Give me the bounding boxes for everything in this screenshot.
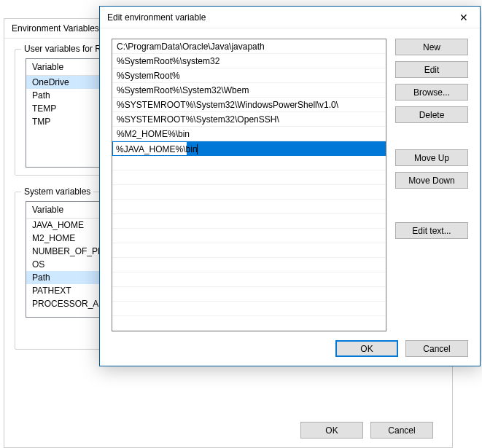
list-item[interactable]: C:\ProgramData\Oracle\Java\javapath bbox=[112, 39, 386, 54]
list-item[interactable]: . bbox=[112, 185, 386, 200]
move-down-button[interactable]: Move Down bbox=[395, 172, 468, 189]
list-item[interactable]: . bbox=[112, 156, 386, 170]
list-item[interactable]: . bbox=[112, 302, 386, 316]
list-item[interactable]: %SystemRoot% bbox=[112, 68, 386, 83]
list-item[interactable]: . bbox=[112, 200, 386, 214]
edit-text-button[interactable]: Edit text... bbox=[395, 222, 468, 239]
list-item[interactable]: %SYSTEMROOT%\System32\OpenSSH\ bbox=[112, 112, 386, 127]
close-icon[interactable]: ✕ bbox=[447, 7, 480, 28]
list-item[interactable]: . bbox=[112, 287, 386, 302]
edit-environment-variable-dialog: Edit environment variable ✕ C:\ProgramDa… bbox=[99, 6, 481, 366]
list-item[interactable]: . bbox=[112, 316, 386, 331]
list-item[interactable]: %M2_HOME%\bin bbox=[112, 127, 386, 141]
delete-button[interactable]: Delete bbox=[395, 106, 468, 123]
path-edit-input[interactable]: %JAVA_HOME%\bin bbox=[113, 142, 187, 155]
user-variables-legend: User variables for RA bbox=[21, 44, 110, 54]
list-item[interactable]: %SystemRoot%\System32\Wbem bbox=[112, 83, 386, 98]
list-item[interactable]: . bbox=[112, 214, 386, 229]
list-item-editing[interactable]: %JAVA_HOME%\bin bbox=[112, 141, 386, 156]
edit-button[interactable]: Edit bbox=[395, 61, 468, 78]
path-entries-list[interactable]: C:\ProgramData\Oracle\Java\javapath%Syst… bbox=[112, 39, 386, 331]
browse-button[interactable]: Browse... bbox=[395, 84, 468, 101]
move-up-button[interactable]: Move Up bbox=[395, 149, 468, 166]
env-cancel-button[interactable]: Cancel bbox=[370, 422, 433, 439]
list-item[interactable]: . bbox=[112, 258, 386, 272]
system-variables-legend: System variables bbox=[21, 186, 93, 197]
edit-ok-button[interactable]: OK bbox=[335, 340, 398, 357]
edit-dialog-titlebar[interactable]: Edit environment variable ✕ bbox=[100, 7, 480, 28]
list-item[interactable]: . bbox=[112, 170, 386, 185]
list-item[interactable]: . bbox=[112, 272, 386, 287]
list-item[interactable]: %SystemRoot%\system32 bbox=[112, 54, 386, 68]
list-item[interactable]: %SYSTEMROOT%\System32\WindowsPowerShell\… bbox=[112, 98, 386, 112]
new-button[interactable]: New bbox=[395, 39, 468, 55]
edit-dialog-title: Edit environment variable bbox=[107, 12, 206, 23]
env-ok-button[interactable]: OK bbox=[300, 422, 363, 439]
edit-cancel-button[interactable]: Cancel bbox=[405, 340, 468, 357]
list-item[interactable]: . bbox=[112, 229, 386, 243]
list-item[interactable]: . bbox=[112, 243, 386, 258]
